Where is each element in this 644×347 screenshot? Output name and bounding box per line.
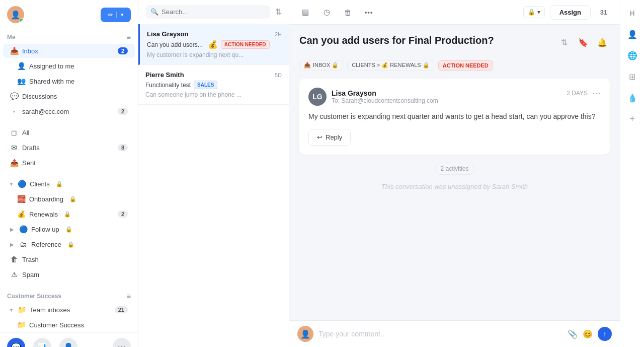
right-icon-h[interactable]: H [623, 4, 641, 22]
right-icon-add[interactable]: + [623, 110, 641, 128]
person-icon: 👤 [627, 30, 637, 39]
delete-button[interactable]: 🗑 [340, 4, 356, 20]
grid-icon: ⊞ [629, 72, 635, 82]
email-subject-0: Can you add users... [147, 41, 203, 48]
search-box[interactable]: 🔍 [145, 5, 270, 19]
bell-button[interactable]: 🔔 [595, 35, 610, 50]
lock-icon: 🔒 [528, 9, 535, 16]
sidebar-item-clients[interactable]: ▾ 🔵 Clients 🔒 [3, 177, 135, 191]
sidebar-item-renewals[interactable]: 💰 Renewals 🔒 2 [3, 207, 135, 221]
bottom-nav: 💬 📊 👤 ••• [0, 332, 138, 347]
email-sender-1: Pierre Smith [145, 71, 184, 79]
right-icon-cloud[interactable]: 💧 [623, 89, 641, 107]
sidebar-item-drafts[interactable]: ✉ Drafts 8 [3, 141, 135, 155]
emoji-button[interactable]: 😊 [583, 329, 593, 339]
attachment-button[interactable]: 📎 [568, 329, 578, 339]
clock-icon: ◷ [324, 8, 330, 17]
reference-lock: 🔒 [67, 241, 74, 248]
person-nav-icon: 👤 [63, 342, 73, 348]
cs-sub-icon: 📁 [17, 321, 25, 329]
inbox-list-header: 🔍 ⇅ [138, 0, 289, 24]
reference-icon: 🗂 [19, 240, 27, 248]
right-icon-grid[interactable]: ⊞ [623, 67, 641, 86]
sidebar-item-inbox[interactable]: 📥 Inbox 2 [3, 44, 135, 58]
person-nav-button[interactable]: 👤 [59, 338, 77, 347]
sort-button[interactable]: ⇅ [275, 7, 282, 17]
shared-icon: 👥 [17, 77, 25, 85]
sidebar-item-follow-up[interactable]: ▶ 🔵 Follow up 🔒 [3, 222, 135, 236]
email-detail: Can you add users for Final Production? … [289, 25, 620, 320]
email-item-0[interactable]: Lisa Grayson 2H Can you add users... 💰 A… [138, 24, 289, 65]
follow-up-icon: 🔵 [19, 225, 27, 233]
dot-icon: ● [10, 107, 18, 115]
bookmark-button[interactable]: 🔖 [576, 35, 591, 50]
chart-nav-button[interactable]: 📊 [33, 338, 51, 347]
main-content: ▤ ◷ 🗑 ••• 🔒 ▾ Assign 31 Can you add user… [289, 0, 620, 347]
activities-divider: 2 activities [299, 163, 610, 175]
search-input[interactable] [162, 8, 265, 16]
lock-status-badge[interactable]: 🔒 ▾ [523, 6, 545, 18]
clients-renewals-label-tag[interactable]: CLIENTS > 💰 RENEWALS 🔒 [347, 60, 434, 71]
sidebar-item-shared-with-me[interactable]: 👥 Shared with me [3, 74, 135, 88]
sidebar-item-sarah-ccc[interactable]: ● sarah@ccc.com 2 [3, 104, 135, 118]
drafts-badge: 8 [118, 144, 128, 151]
message-time: 2 DAYS [567, 90, 588, 97]
inbox-tag-text: INBOX 🔒 [313, 62, 339, 68]
inbox-tag-icon: 📥 [304, 62, 311, 68]
onboarding-icon: 🧱 [17, 195, 25, 203]
clients-tag-text: CLIENTS > 💰 RENEWALS 🔒 [352, 62, 429, 68]
comment-icons: 📎 😊 ↑ [568, 327, 612, 341]
archive-icon: ▤ [302, 8, 309, 17]
compose-button[interactable]: ✏ ▾ [101, 8, 131, 22]
chat-nav-icon: 💬 [11, 342, 21, 348]
reply-button[interactable]: ↩ Reply [308, 129, 351, 146]
right-icon-person[interactable]: 👤 [623, 25, 641, 43]
clock-button[interactable]: ◷ [318, 4, 335, 20]
sidebar-item-customer-success-sub[interactable]: 📁 Customer Success [3, 318, 135, 332]
calendar-button[interactable]: 31 [596, 4, 612, 20]
send-button[interactable]: ↑ [598, 327, 612, 341]
team-inboxes-badge: 21 [115, 306, 128, 313]
clients-lock: 🔒 [56, 181, 63, 187]
add-icon: + [629, 114, 635, 124]
sidebar-item-assigned-to-me[interactable]: 👤 Assigned to me [3, 59, 135, 73]
action-needed-label-tag[interactable]: ACTION NEEDED [438, 60, 493, 71]
comment-input[interactable] [318, 330, 562, 338]
sidebar-item-spam[interactable]: ⚠ Spam [3, 267, 135, 282]
more-toolbar-button[interactable]: ••• [361, 4, 377, 20]
activities-label: 2 activities [435, 163, 474, 175]
sidebar-item-team-inboxes[interactable]: ▾ 📁 Team inboxes 21 [3, 303, 135, 317]
renewals-lock: 🔒 [64, 211, 71, 218]
avatar[interactable]: 👤 [7, 6, 24, 23]
message-more-button[interactable]: ⋯ [592, 88, 601, 99]
follow-up-lock: 🔒 [65, 226, 72, 233]
sidebar-item-reference[interactable]: ▶ 🗂 Reference 🔒 [3, 237, 135, 251]
chat-nav-button[interactable]: 💬 [7, 338, 25, 347]
right-icon-globe[interactable]: 🌐 [623, 46, 641, 64]
sidebar-item-trash[interactable]: 🗑 Trash [3, 252, 135, 266]
sidebar-item-sent[interactable]: 📤 Sent [3, 156, 135, 170]
main-toolbar: ▤ ◷ 🗑 ••• 🔒 ▾ Assign 31 [289, 0, 620, 25]
email-item-1[interactable]: Pierre Smith 5D Functionality test SALES… [138, 65, 289, 105]
sidebar-header: 👤 ✏ ▾ [0, 0, 138, 29]
inbox-list: 🔍 ⇅ Lisa Grayson 2H Can you add users...… [138, 0, 289, 347]
email-preview-1: Can someone jump on the phone ... [145, 91, 282, 98]
message-card: LG Lisa Grayson To: Sarah@cloudcontentco… [299, 79, 610, 155]
chart-nav-icon: 📊 [37, 342, 47, 348]
email-tags-row: 📥 INBOX 🔒 CLIENTS > 💰 RENEWALS 🔒 ACTION … [299, 60, 610, 71]
sidebar-item-onboarding[interactable]: 🧱 Onboarding 🔒 [3, 192, 135, 206]
message-recipient: To: Sarah@cloudcontentconsulting.com [332, 97, 438, 104]
email-tag-0: ACTION NEEDED [221, 40, 270, 49]
renewals-badge: 2 [118, 211, 128, 218]
inbox-label-tag[interactable]: 📥 INBOX 🔒 [299, 60, 343, 71]
h-icon: H [629, 9, 634, 17]
assign-button[interactable]: Assign [550, 5, 591, 20]
sidebar-item-discussions[interactable]: 💬 Discussions [3, 89, 135, 103]
archive-button[interactable]: ▤ [297, 4, 313, 20]
up-down-button[interactable]: ⇅ [556, 35, 572, 50]
more-nav-button[interactable]: ••• [113, 338, 131, 347]
email-sender-0: Lisa Grayson [147, 30, 188, 38]
reply-label: Reply [326, 133, 342, 141]
more-nav-icon: ••• [118, 343, 126, 348]
sidebar-item-all[interactable]: ◻ All [3, 125, 135, 140]
